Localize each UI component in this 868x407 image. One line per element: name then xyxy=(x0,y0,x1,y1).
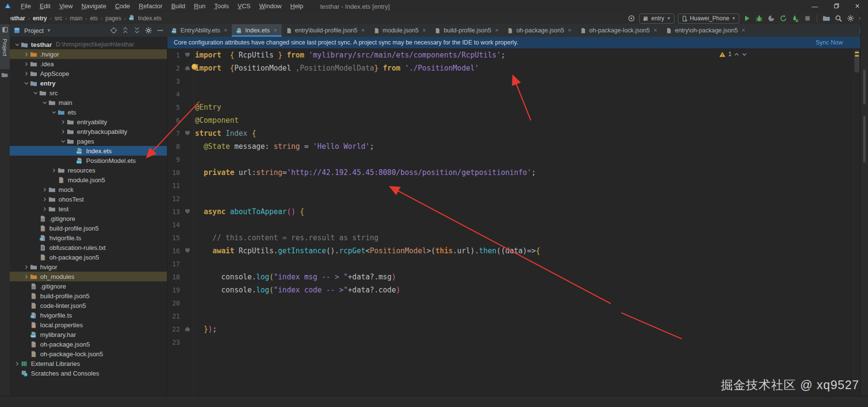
tree-item-mylibrary-har[interactable]: HARmylibrary.har xyxy=(10,330,167,339)
tree-item-main[interactable]: main xyxy=(10,98,167,107)
collapse-all-button[interactable] xyxy=(133,27,141,34)
locate-button[interactable] xyxy=(110,27,118,34)
tab-module-json5[interactable]: module.json5× xyxy=(369,24,430,37)
code-editor[interactable]: 1import { RcpUtils } from 'mylibrary/src… xyxy=(167,48,861,396)
tree-item--gitignore[interactable]: .gitignore xyxy=(10,281,167,291)
chevron-expanded-icon[interactable] xyxy=(23,81,30,86)
tree-item--gitignore[interactable]: .gitignore xyxy=(10,214,167,223)
tree-item-entrybackupability[interactable]: entrybackupability xyxy=(10,127,167,136)
menu-file[interactable]: File xyxy=(16,0,35,13)
close-tab-icon[interactable]: × xyxy=(495,27,498,34)
device-selector[interactable]: Huawei_Phone▼ xyxy=(678,14,739,24)
project-structure-button[interactable] xyxy=(822,14,831,23)
fold-marker-icon[interactable] xyxy=(185,248,190,253)
stop-button[interactable] xyxy=(803,14,812,23)
tree-item-obfuscation-rules-txt[interactable]: obfuscation-rules.txt xyxy=(10,243,167,252)
code-line-17[interactable]: 17 xyxy=(167,257,861,270)
editor-scrollbar[interactable] xyxy=(853,48,861,396)
chevron-collapsed-icon[interactable] xyxy=(60,129,66,134)
menu-run[interactable]: Run xyxy=(190,0,210,13)
tree-item-scratches-and-consoles[interactable]: Scratches and Consoles xyxy=(10,368,167,378)
tree-item-appscope[interactable]: AppScope xyxy=(10,69,167,78)
code-line-13[interactable]: 13 async aboutToAppear() { xyxy=(167,205,861,218)
project-tool-window-tab[interactable]: Project xyxy=(0,24,10,69)
chevron-collapsed-icon[interactable] xyxy=(60,119,66,125)
run-button[interactable] xyxy=(743,14,751,23)
close-button[interactable]: × xyxy=(847,0,868,13)
menu-vcs[interactable]: VCS xyxy=(233,0,255,13)
close-tab-icon[interactable]: × xyxy=(422,27,426,34)
chevron-collapsed-icon[interactable] xyxy=(50,168,57,173)
chevron-expanded-icon[interactable] xyxy=(14,42,20,47)
fold-marker-icon[interactable] xyxy=(185,53,190,57)
scrollbar-thumb[interactable] xyxy=(854,50,859,73)
tree-item-local-properties[interactable]: local.properties xyxy=(10,320,167,330)
tree-item-hvigorfile-ts[interactable]: TShvigorfile.ts xyxy=(10,310,167,320)
expand-all-button[interactable] xyxy=(121,27,129,34)
close-tab-icon[interactable]: × xyxy=(654,27,657,34)
maximize-button[interactable] xyxy=(825,0,847,13)
tree-item--idea[interactable]: .idea xyxy=(10,59,167,69)
tree-item-external-libraries[interactable]: External Libraries xyxy=(10,359,167,368)
tree-item-positionmodel-ets[interactable]: ETSPositionModel.ets xyxy=(10,156,167,165)
tree-item-ohostest[interactable]: ohosTest xyxy=(10,194,167,204)
menu-code[interactable]: Code xyxy=(111,0,135,13)
target-button[interactable] xyxy=(627,14,636,23)
tree-item-resources[interactable]: resources xyxy=(10,165,167,175)
fold-marker-icon[interactable] xyxy=(185,131,190,135)
code-line-7[interactable]: 7struct Index { xyxy=(167,127,861,140)
breadcrumb-item-src[interactable]: src xyxy=(54,15,63,22)
tab-index-ets[interactable]: ETSIndex.ets× xyxy=(232,24,282,37)
code-line-22[interactable]: 22 }); xyxy=(167,322,861,335)
right-tool-window-tab[interactable] xyxy=(863,116,866,162)
hide-button[interactable] xyxy=(156,27,164,34)
code-line-11[interactable]: 11 xyxy=(167,179,861,192)
code-line-4[interactable]: 4 xyxy=(167,87,861,101)
chevron-collapsed-icon[interactable] xyxy=(23,71,30,76)
tree-item-oh-package-lock-json5[interactable]: oh-package-lock.json5 xyxy=(10,349,167,359)
tree-item-oh-package-json5[interactable]: oh-package.json5 xyxy=(10,339,167,349)
close-tab-icon[interactable]: × xyxy=(568,27,571,34)
tree-item-module-json5[interactable]: module.json5 xyxy=(10,175,167,185)
code-line-10[interactable]: 10 private url:string='http://42.192.45.… xyxy=(167,166,861,179)
fold-marker-icon[interactable] xyxy=(185,327,190,331)
code-line-23[interactable]: 23 xyxy=(167,335,861,349)
chevron-expanded-icon[interactable] xyxy=(60,139,66,144)
intention-bulb-icon[interactable] xyxy=(192,64,197,70)
tree-item-oh-package-json5[interactable]: oh-package.json5 xyxy=(10,252,167,262)
tree-item-code-linter-json5[interactable]: code-linter.json5 xyxy=(10,301,167,310)
fold-marker-icon[interactable] xyxy=(185,209,190,214)
attach-debugger-button[interactable] xyxy=(791,14,800,23)
tree-item-testhar[interactable]: testharD:\hmsproject\kejianh\testhar xyxy=(10,40,167,49)
settings-button[interactable] xyxy=(145,27,152,34)
project-panel-title[interactable]: Project xyxy=(24,27,44,34)
tab-build-profile-json5[interactable]: build-profile.json5× xyxy=(430,24,503,37)
tree-item-index-ets[interactable]: ETSIndex.ets xyxy=(10,146,167,156)
code-line-19[interactable]: 19 console.log("index code -- >"+data?.c… xyxy=(167,283,861,296)
close-tab-icon[interactable]: × xyxy=(361,27,365,34)
tab-oh-package-lock-json5[interactable]: oh-package-lock.json5× xyxy=(576,24,661,37)
menu-window[interactable]: Window xyxy=(255,0,286,13)
code-line-8[interactable]: 8 @State message: string = 'Hello World'… xyxy=(167,140,861,153)
profiler-button[interactable] xyxy=(767,14,776,23)
code-line-16[interactable]: 16 await RcpUtils.getInstance().rcpGet<P… xyxy=(167,244,861,257)
tree-item-hvigorfile-ts[interactable]: TShvigorfile.ts xyxy=(10,233,167,243)
code-line-2[interactable]: 2import {PositionModel ,PositionModelDat… xyxy=(167,61,861,74)
tree-item-mock[interactable]: mock xyxy=(10,185,167,194)
close-tab-icon[interactable]: × xyxy=(274,27,277,34)
chevron-collapsed-icon[interactable] xyxy=(23,61,30,67)
search-button[interactable] xyxy=(834,14,843,23)
code-line-18[interactable]: 18 console.log("index msg -- > "+data?.m… xyxy=(167,270,861,283)
sync-now-link[interactable]: Sync Now xyxy=(816,39,843,46)
code-line-6[interactable]: 6@Component xyxy=(167,114,861,127)
tree-item-build-profile-json5[interactable]: build-profile.json5 xyxy=(10,291,167,301)
chevron-expanded-icon[interactable] xyxy=(50,110,57,115)
tab-entry-oh-package-json5[interactable]: entry\oh-package.json5× xyxy=(661,24,749,37)
code-line-1[interactable]: 1import { RcpUtils } from 'mylibrary/src… xyxy=(167,48,861,61)
tree-item-entryability[interactable]: entryability xyxy=(10,117,167,127)
prev-issue-icon[interactable] xyxy=(734,52,739,57)
breadcrumb-item-pages[interactable]: pages xyxy=(105,15,122,22)
code-line-9[interactable]: 9 xyxy=(167,153,861,166)
warning-stripe-mark[interactable] xyxy=(855,52,859,53)
tree-item-pages[interactable]: pages xyxy=(10,136,167,146)
